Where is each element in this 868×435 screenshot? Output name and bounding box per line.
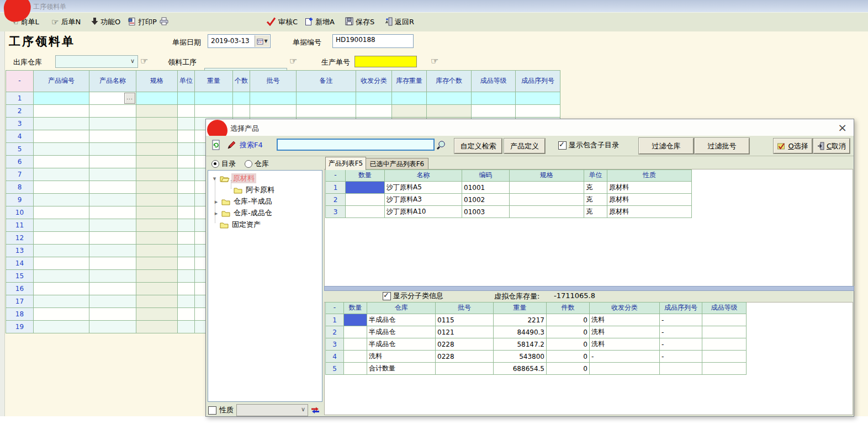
- stock-grid[interactable]: -数量仓库批号重量件数收发分类成品序列号成品等级1半成品仓011522170洗料…: [325, 302, 747, 375]
- grid-cell[interactable]: [34, 194, 89, 206]
- grid-cell[interactable]: [136, 156, 178, 168]
- grid-cell[interactable]: [702, 326, 747, 338]
- grid-cell[interactable]: [250, 92, 297, 105]
- grid-cell[interactable]: [136, 181, 178, 194]
- grid-cell[interactable]: [89, 130, 136, 143]
- row-number[interactable]: 5: [326, 363, 344, 375]
- grid-cell[interactable]: [346, 206, 385, 218]
- grid-cell[interactable]: [34, 130, 89, 143]
- grid-cell[interactable]: [89, 321, 136, 333]
- row-number[interactable]: 17: [6, 295, 34, 308]
- tree-item-semi-finished[interactable]: ▸ 仓库-半成品: [208, 196, 274, 207]
- grid-cell[interactable]: [590, 363, 660, 375]
- row-number[interactable]: 3: [326, 338, 344, 351]
- run-search-button[interactable]: [436, 140, 446, 151]
- grid-cell[interactable]: [250, 105, 297, 118]
- grid-cell[interactable]: [89, 143, 136, 156]
- grid-cell[interactable]: [472, 92, 516, 105]
- grid-cell[interactable]: [136, 105, 178, 118]
- grid-cell[interactable]: [195, 92, 233, 105]
- tree-item-finished-goods[interactable]: ▸ 仓库-成品仓: [208, 208, 274, 219]
- grid-cell[interactable]: [34, 206, 89, 219]
- printer-button[interactable]: [159, 15, 169, 29]
- grid-cell[interactable]: [297, 105, 356, 118]
- grid-cell[interactable]: [34, 143, 89, 156]
- process-picker-hand-icon[interactable]: ☞: [289, 56, 297, 66]
- grid-cell[interactable]: [136, 321, 178, 333]
- grid-cell[interactable]: 0: [547, 326, 590, 338]
- grid-cell[interactable]: [136, 219, 178, 232]
- grid-cell[interactable]: 洗料: [590, 314, 660, 326]
- grid-cell[interactable]: [89, 308, 136, 321]
- grid-cell[interactable]: [178, 295, 195, 308]
- grid-cell[interactable]: [344, 363, 367, 375]
- filter-warehouse-button[interactable]: 过滤仓库: [639, 138, 694, 154]
- grid-cell[interactable]: [233, 105, 250, 118]
- grid-cell[interactable]: 原材料: [607, 182, 692, 194]
- row-number[interactable]: 4: [6, 130, 34, 143]
- audit-button[interactable]: 审核C: [266, 15, 298, 29]
- grid-cell[interactable]: [89, 245, 136, 257]
- grid-cell[interactable]: [89, 219, 136, 232]
- grid-cell[interactable]: [136, 194, 178, 206]
- grid-cell[interactable]: [89, 270, 136, 283]
- radio-warehouse[interactable]: 仓库: [245, 159, 269, 169]
- doc-date-input[interactable]: 2019-03-13 ▼: [208, 34, 271, 48]
- production-picker-hand-icon[interactable]: ☞: [431, 56, 438, 66]
- grid-cell[interactable]: -: [660, 338, 702, 351]
- radio-directory[interactable]: 目录: [211, 159, 236, 169]
- row-number[interactable]: 11: [6, 219, 34, 232]
- grid-cell[interactable]: [178, 321, 195, 333]
- grid-cell[interactable]: [34, 295, 89, 308]
- grid-cell[interactable]: [178, 257, 195, 270]
- row-number[interactable]: 10: [6, 206, 34, 219]
- expand-icon[interactable]: ▸: [213, 210, 220, 217]
- grid-cell[interactable]: [472, 105, 516, 118]
- row-number[interactable]: 12: [6, 232, 34, 245]
- grid-cell[interactable]: 0: [547, 363, 590, 375]
- grid-cell[interactable]: [34, 105, 89, 118]
- refresh-button[interactable]: [211, 140, 220, 150]
- grid-cell[interactable]: 沙丁原料A3: [385, 194, 462, 206]
- warehouse-picker-hand-icon[interactable]: ☞: [140, 56, 148, 66]
- grid-cell[interactable]: [660, 363, 702, 375]
- tab-selected-products[interactable]: 已选中产品列表F6: [366, 158, 428, 170]
- row-number[interactable]: 6: [6, 156, 34, 168]
- grid-cell[interactable]: 0228: [436, 351, 494, 363]
- grid-cell[interactable]: 2217: [494, 314, 547, 326]
- grid-cell[interactable]: [136, 168, 178, 181]
- grid-cell[interactable]: [136, 283, 178, 295]
- expand-icon[interactable]: ▸: [213, 198, 220, 205]
- cell-editor-button[interactable]: ...: [124, 93, 135, 104]
- row-number[interactable]: 5: [6, 143, 34, 156]
- row-number[interactable]: 16: [6, 283, 34, 295]
- grid-cell[interactable]: [436, 363, 494, 375]
- grid-cell[interactable]: [136, 295, 178, 308]
- grid-cell[interactable]: [510, 182, 584, 194]
- grid-cell[interactable]: [702, 338, 747, 351]
- grid-cell[interactable]: [178, 130, 195, 143]
- tree-item-fixed-assets[interactable]: 固定资产: [208, 219, 262, 230]
- row-number[interactable]: 7: [6, 168, 34, 181]
- grid-cell[interactable]: -: [660, 326, 702, 338]
- grid-cell[interactable]: [89, 257, 136, 270]
- next-doc-button[interactable]: ☞ 后单N: [51, 15, 81, 29]
- grid-cell[interactable]: [34, 283, 89, 295]
- row-number[interactable]: 18: [6, 308, 34, 321]
- grid-cell[interactable]: [344, 314, 367, 326]
- grid-cell[interactable]: [34, 321, 89, 333]
- row-number[interactable]: 9: [6, 194, 34, 206]
- grid-cell[interactable]: [392, 92, 427, 105]
- save-button[interactable]: 保存S: [345, 15, 374, 29]
- grid-cell[interactable]: [178, 308, 195, 321]
- grid-cell[interactable]: [297, 92, 356, 105]
- grid-cell[interactable]: -: [590, 351, 660, 363]
- grid-cell[interactable]: [344, 338, 367, 351]
- cancel-button[interactable]: C取消: [813, 139, 850, 153]
- row-number[interactable]: 4: [326, 351, 344, 363]
- grid-cell[interactable]: [34, 92, 89, 105]
- grid-cell[interactable]: [34, 232, 89, 245]
- production-no-input[interactable]: [354, 56, 417, 67]
- grid-cell[interactable]: 半成品仓: [367, 326, 436, 338]
- tree-item-label[interactable]: 阿卡原料: [244, 185, 276, 195]
